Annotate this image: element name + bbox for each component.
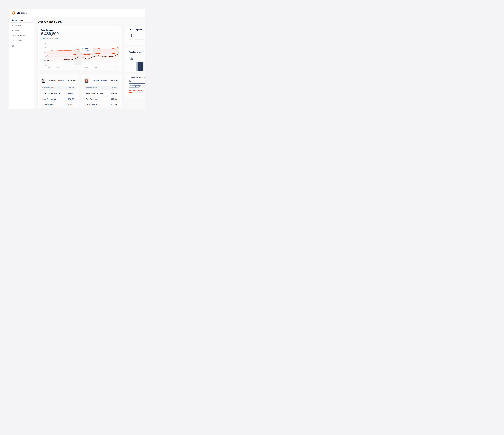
surgery-name: Breast Implant Removal xyxy=(86,93,103,95)
progress-track xyxy=(129,87,145,88)
revenue-chart[interactable]: 02004006008001,000JanFebMarAprMayJunJulA… xyxy=(38,26,123,70)
budget-value: $29,450 xyxy=(111,98,117,100)
expenses-card: Common Expenses SalaryMarketing BudgetRe… xyxy=(125,74,145,98)
sidebar-item-appointments[interactable]: Appointments xyxy=(10,33,32,38)
table-row: Face Fat Injection$29,450 xyxy=(84,96,119,102)
surgeries-delta: ↑12% vs last month 35 xyxy=(129,38,145,40)
table-header: TYPE OF SURGERY BUDGET xyxy=(41,86,76,90)
appointment-tick xyxy=(137,62,138,71)
page-title: Good Afternoon Maria xyxy=(37,20,62,23)
surgery-name: Eyelid Removal xyxy=(86,104,97,106)
expense-label: Reimbursement xyxy=(129,89,145,91)
expense-label: Salary xyxy=(129,80,145,82)
avatar xyxy=(41,78,46,83)
expenses-title: Common Expenses xyxy=(129,76,145,78)
surgery-name: Breast Implant Removal xyxy=(42,93,60,95)
appointment-tick xyxy=(134,62,134,71)
appointments-title: Appointments xyxy=(129,51,145,53)
svg-text:400: 400 xyxy=(44,56,46,57)
surgery-name: Eyelid Removal xyxy=(42,104,54,106)
svg-text:Jul: Jul xyxy=(105,67,106,68)
sunburst-logo-icon xyxy=(12,11,16,15)
table-row: Eyelid Removal$29,450 xyxy=(84,102,119,108)
svg-text:Feb: Feb xyxy=(57,67,59,68)
expense-label: Marketing Budget xyxy=(129,85,145,87)
appointment-tick xyxy=(138,62,139,71)
svg-text:200: 200 xyxy=(44,60,46,62)
col-budget: BUDGET xyxy=(69,87,74,88)
sidebar-item-label: Invoices xyxy=(15,25,21,26)
svg-text:800: 800 xyxy=(44,47,46,48)
sidebar-item-label: Dashboard xyxy=(15,19,23,21)
doctor-card-agatha-simons: Dr Agatha Simons $429,650 TYPE OF SURGER… xyxy=(81,74,122,107)
appointments-ticks xyxy=(130,62,145,71)
budget-value: $29,450 xyxy=(68,104,74,106)
svg-text:Jun: Jun xyxy=(95,67,97,68)
sidebar: DashboardInvoicesPatientsAppointmentsSur… xyxy=(10,18,32,49)
calendar-icon xyxy=(12,35,14,37)
budget-value: $29,450 xyxy=(68,98,74,100)
budget-value: $29,450 xyxy=(68,93,74,95)
sidebar-item-invoices[interactable]: Invoices xyxy=(10,23,32,28)
approved-label: Approved xyxy=(130,56,136,58)
table-row: Breast Implant Removal$29,450 xyxy=(41,91,76,96)
table-row: Breast Implant Removal$29,450 xyxy=(84,91,119,96)
appointment-tick xyxy=(135,62,135,71)
approved-count: 47 xyxy=(130,58,133,61)
axis-line xyxy=(129,56,129,71)
sidebar-item-label: Messages xyxy=(15,45,22,47)
brand-logo[interactable]: Clinicradar xyxy=(12,11,27,15)
doctor-amount: $429,650 xyxy=(68,79,76,82)
svg-text:Apr: Apr xyxy=(76,67,78,68)
svg-text:1,000: 1,000 xyxy=(43,43,46,44)
surgery-name: Face Fat Injection xyxy=(86,98,99,100)
appointment-tick xyxy=(130,62,130,71)
appointment-tick xyxy=(132,62,132,71)
surgery-table: Breast Implant Removal$29,450Face Fat In… xyxy=(41,91,76,108)
sidebar-item-label: Appointments xyxy=(15,35,25,36)
table-header: TYPE OF SURGERY BUDGET xyxy=(84,86,119,90)
doctor-name: Dr Agatha Simons xyxy=(92,79,107,82)
table-row: Face Fat Injection$29,450 xyxy=(41,96,76,102)
male-doctor-photo xyxy=(41,78,46,83)
sidebar-item-dashboard[interactable]: Dashboard xyxy=(10,18,32,23)
svg-text:Aug: Aug xyxy=(114,67,116,68)
sidebar-item-messages[interactable]: Messages xyxy=(10,44,32,48)
svg-text:Mar: Mar xyxy=(67,67,69,68)
appointment-tick xyxy=(144,62,144,71)
chart-tooltip: $ 9,483 Apr, 1 (THU) xyxy=(80,46,93,53)
sidebar-item-patients[interactable]: Patients xyxy=(10,28,32,33)
appointment-tick xyxy=(131,62,131,71)
surgeries-count: 43 xyxy=(129,34,145,37)
appointment-tick xyxy=(136,62,136,71)
doctor-name: Dr Steve Jackson xyxy=(48,79,63,82)
brand-name: Clinicradar xyxy=(17,12,27,14)
sidebar-item-label: Surgeons xyxy=(15,40,22,42)
expense-row-marketing-budget: Marketing Budget xyxy=(129,85,145,88)
appointment-tick xyxy=(141,62,142,71)
patients-icon xyxy=(12,29,14,32)
surgeries-card: No of Surgeries 43 ↑12% vs last month 35 xyxy=(125,26,145,45)
envelope-icon xyxy=(12,45,14,47)
appointment-tick xyxy=(144,62,145,71)
table-row: Eyelid Removal$29,450 xyxy=(41,102,76,108)
doctor-amount: $429,650 xyxy=(111,79,119,82)
surgeries-title: No of Surgeries xyxy=(129,29,145,31)
tooltip-date: Apr, 1 (THU) xyxy=(82,50,93,51)
progress-fill xyxy=(129,92,133,93)
svg-text:Jan: Jan xyxy=(48,67,50,68)
tooltip-value: $ 9,483 xyxy=(82,47,93,49)
svg-text:600: 600 xyxy=(44,52,46,53)
col-surgery: TYPE OF SURGERY xyxy=(42,87,54,88)
progress-fill xyxy=(129,83,145,84)
appointment-tick xyxy=(133,62,133,71)
appointment-tick xyxy=(143,62,143,71)
sidebar-item-surgeons[interactable]: Surgeons xyxy=(10,38,32,43)
appointment-tick xyxy=(139,62,140,71)
female-doctor-photo xyxy=(84,78,89,83)
expense-row-salary: Salary xyxy=(129,80,145,84)
invoice-box-icon xyxy=(12,24,14,26)
expense-list: SalaryMarketing BudgetReimbursement xyxy=(129,80,145,93)
progress-fill xyxy=(129,87,139,88)
budget-value: $29,450 xyxy=(111,104,117,106)
